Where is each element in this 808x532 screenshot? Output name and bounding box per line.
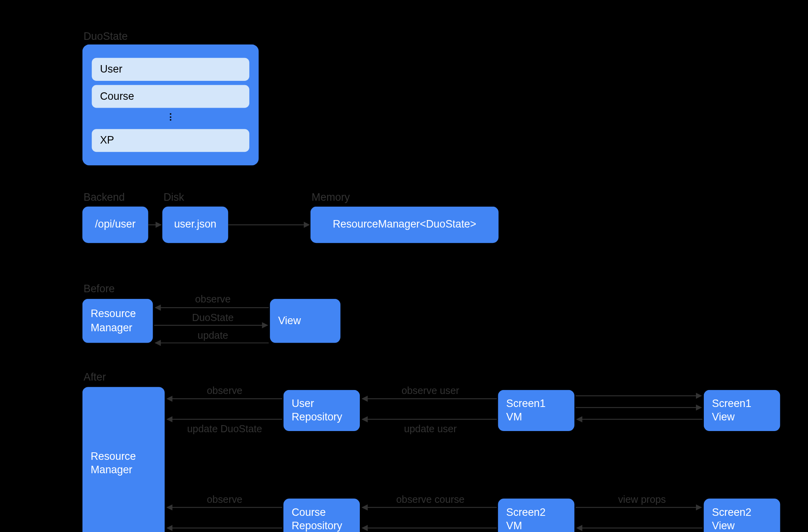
after-screen1-view-box: Screen1 View xyxy=(704,390,780,431)
backend-box: /opi/user xyxy=(82,207,148,243)
before-duostate-text: DuoState xyxy=(183,312,242,324)
after-label: After xyxy=(84,371,106,383)
backend-label: Backend xyxy=(84,191,125,203)
duostate-container: User Course ••• XP xyxy=(82,45,259,166)
duostate-item-xp: XP xyxy=(92,129,249,152)
diagram-canvas: DuoState User Course ••• XP Backend /opi… xyxy=(39,20,808,532)
before-observe-text: observe xyxy=(183,293,242,305)
memory-label: Memory xyxy=(312,191,350,203)
after-r1-update-user: update user xyxy=(383,424,477,435)
before-update-text: update xyxy=(183,330,242,342)
after-r2-viewprops: view props xyxy=(598,494,686,506)
duostate-item-course: Course xyxy=(92,85,249,108)
after-screen2-view-box: Screen2 View xyxy=(704,498,780,532)
after-r1-update-duostate: update DuoState xyxy=(175,424,275,435)
before-rm-box: Resource Manager xyxy=(82,299,153,343)
disk-label: Disk xyxy=(163,191,184,203)
after-rm-box: Resource Manager xyxy=(82,387,165,532)
after-r1-observe-user: observe user xyxy=(383,385,477,397)
after-user-repo-box: User Repository xyxy=(283,390,360,431)
before-view-box: View xyxy=(270,299,340,343)
duostate-item-user: User xyxy=(92,58,249,81)
after-r2-observe-course: observe course xyxy=(380,494,480,506)
before-label: Before xyxy=(84,283,115,295)
after-course-repo-box: Course Repository xyxy=(283,498,360,532)
after-r1-observe: observe xyxy=(181,385,269,397)
disk-box: user.json xyxy=(162,207,228,243)
duostate-title: DuoState xyxy=(84,30,128,43)
after-screen2-vm-box: Screen2 VM xyxy=(498,498,574,532)
after-screen1-vm-box: Screen1 VM xyxy=(498,390,574,431)
memory-box: ResourceManager<DuoState> xyxy=(310,207,499,243)
after-r2-observe: observe xyxy=(181,494,269,506)
